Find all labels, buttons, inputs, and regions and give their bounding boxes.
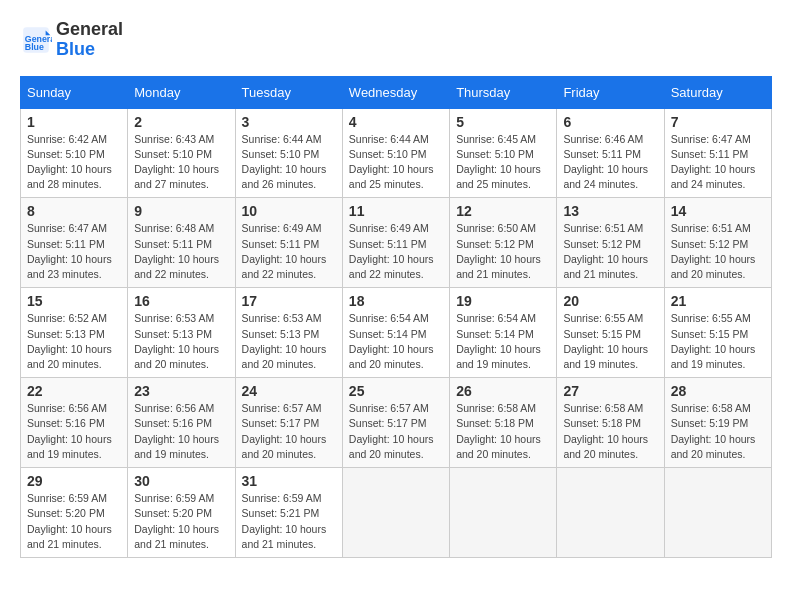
day-number: 13 <box>563 203 657 219</box>
calendar-cell: 30 Sunrise: 6:59 AM Sunset: 5:20 PM Dayl… <box>128 468 235 558</box>
day-number: 22 <box>27 383 121 399</box>
calendar-week-5: 29 Sunrise: 6:59 AM Sunset: 5:20 PM Dayl… <box>21 468 772 558</box>
day-number: 30 <box>134 473 228 489</box>
day-info: Sunrise: 6:58 AM Sunset: 5:19 PM Dayligh… <box>671 401 765 462</box>
calendar-cell: 25 Sunrise: 6:57 AM Sunset: 5:17 PM Dayl… <box>342 378 449 468</box>
day-info: Sunrise: 6:48 AM Sunset: 5:11 PM Dayligh… <box>134 221 228 282</box>
day-info: Sunrise: 6:47 AM Sunset: 5:11 PM Dayligh… <box>671 132 765 193</box>
day-number: 23 <box>134 383 228 399</box>
logo: General Blue General Blue <box>20 20 123 60</box>
day-info: Sunrise: 6:43 AM Sunset: 5:10 PM Dayligh… <box>134 132 228 193</box>
calendar-cell: 7 Sunrise: 6:47 AM Sunset: 5:11 PM Dayli… <box>664 108 771 198</box>
day-info: Sunrise: 6:54 AM Sunset: 5:14 PM Dayligh… <box>456 311 550 372</box>
weekday-header-sunday: Sunday <box>21 76 128 108</box>
day-info: Sunrise: 6:55 AM Sunset: 5:15 PM Dayligh… <box>563 311 657 372</box>
day-number: 19 <box>456 293 550 309</box>
day-number: 21 <box>671 293 765 309</box>
calendar-cell: 3 Sunrise: 6:44 AM Sunset: 5:10 PM Dayli… <box>235 108 342 198</box>
day-info: Sunrise: 6:58 AM Sunset: 5:18 PM Dayligh… <box>456 401 550 462</box>
day-info: Sunrise: 6:46 AM Sunset: 5:11 PM Dayligh… <box>563 132 657 193</box>
calendar-cell: 22 Sunrise: 6:56 AM Sunset: 5:16 PM Dayl… <box>21 378 128 468</box>
day-number: 6 <box>563 114 657 130</box>
calendar-cell: 29 Sunrise: 6:59 AM Sunset: 5:20 PM Dayl… <box>21 468 128 558</box>
calendar-cell: 16 Sunrise: 6:53 AM Sunset: 5:13 PM Dayl… <box>128 288 235 378</box>
calendar-cell: 4 Sunrise: 6:44 AM Sunset: 5:10 PM Dayli… <box>342 108 449 198</box>
day-info: Sunrise: 6:57 AM Sunset: 5:17 PM Dayligh… <box>349 401 443 462</box>
day-info: Sunrise: 6:57 AM Sunset: 5:17 PM Dayligh… <box>242 401 336 462</box>
logo-icon: General Blue <box>20 24 52 56</box>
day-number: 25 <box>349 383 443 399</box>
day-number: 11 <box>349 203 443 219</box>
calendar-cell: 5 Sunrise: 6:45 AM Sunset: 5:10 PM Dayli… <box>450 108 557 198</box>
day-info: Sunrise: 6:53 AM Sunset: 5:13 PM Dayligh… <box>134 311 228 372</box>
logo-general: General <box>56 20 123 40</box>
weekday-header-friday: Friday <box>557 76 664 108</box>
calendar-week-4: 22 Sunrise: 6:56 AM Sunset: 5:16 PM Dayl… <box>21 378 772 468</box>
calendar-cell: 17 Sunrise: 6:53 AM Sunset: 5:13 PM Dayl… <box>235 288 342 378</box>
day-number: 18 <box>349 293 443 309</box>
day-number: 9 <box>134 203 228 219</box>
calendar-table: SundayMondayTuesdayWednesdayThursdayFrid… <box>20 76 772 558</box>
day-info: Sunrise: 6:56 AM Sunset: 5:16 PM Dayligh… <box>27 401 121 462</box>
day-number: 4 <box>349 114 443 130</box>
day-info: Sunrise: 6:50 AM Sunset: 5:12 PM Dayligh… <box>456 221 550 282</box>
calendar-week-1: 1 Sunrise: 6:42 AM Sunset: 5:10 PM Dayli… <box>21 108 772 198</box>
svg-text:Blue: Blue <box>25 42 44 52</box>
calendar-cell: 18 Sunrise: 6:54 AM Sunset: 5:14 PM Dayl… <box>342 288 449 378</box>
day-info: Sunrise: 6:49 AM Sunset: 5:11 PM Dayligh… <box>242 221 336 282</box>
day-number: 17 <box>242 293 336 309</box>
weekday-header-wednesday: Wednesday <box>342 76 449 108</box>
calendar-cell: 28 Sunrise: 6:58 AM Sunset: 5:19 PM Dayl… <box>664 378 771 468</box>
day-number: 5 <box>456 114 550 130</box>
day-number: 2 <box>134 114 228 130</box>
day-number: 29 <box>27 473 121 489</box>
day-info: Sunrise: 6:47 AM Sunset: 5:11 PM Dayligh… <box>27 221 121 282</box>
day-info: Sunrise: 6:59 AM Sunset: 5:20 PM Dayligh… <box>134 491 228 552</box>
calendar-cell: 8 Sunrise: 6:47 AM Sunset: 5:11 PM Dayli… <box>21 198 128 288</box>
calendar-cell <box>557 468 664 558</box>
day-info: Sunrise: 6:55 AM Sunset: 5:15 PM Dayligh… <box>671 311 765 372</box>
day-info: Sunrise: 6:52 AM Sunset: 5:13 PM Dayligh… <box>27 311 121 372</box>
day-number: 7 <box>671 114 765 130</box>
day-number: 20 <box>563 293 657 309</box>
day-info: Sunrise: 6:53 AM Sunset: 5:13 PM Dayligh… <box>242 311 336 372</box>
calendar-cell <box>450 468 557 558</box>
day-number: 24 <box>242 383 336 399</box>
day-info: Sunrise: 6:56 AM Sunset: 5:16 PM Dayligh… <box>134 401 228 462</box>
day-info: Sunrise: 6:45 AM Sunset: 5:10 PM Dayligh… <box>456 132 550 193</box>
calendar-cell: 1 Sunrise: 6:42 AM Sunset: 5:10 PM Dayli… <box>21 108 128 198</box>
day-info: Sunrise: 6:51 AM Sunset: 5:12 PM Dayligh… <box>671 221 765 282</box>
calendar-cell: 2 Sunrise: 6:43 AM Sunset: 5:10 PM Dayli… <box>128 108 235 198</box>
day-info: Sunrise: 6:54 AM Sunset: 5:14 PM Dayligh… <box>349 311 443 372</box>
weekday-header-monday: Monday <box>128 76 235 108</box>
logo-blue: Blue <box>56 40 123 60</box>
calendar-cell: 9 Sunrise: 6:48 AM Sunset: 5:11 PM Dayli… <box>128 198 235 288</box>
day-number: 28 <box>671 383 765 399</box>
day-number: 3 <box>242 114 336 130</box>
day-info: Sunrise: 6:49 AM Sunset: 5:11 PM Dayligh… <box>349 221 443 282</box>
weekday-header-thursday: Thursday <box>450 76 557 108</box>
day-info: Sunrise: 6:44 AM Sunset: 5:10 PM Dayligh… <box>349 132 443 193</box>
calendar-cell: 11 Sunrise: 6:49 AM Sunset: 5:11 PM Dayl… <box>342 198 449 288</box>
day-info: Sunrise: 6:51 AM Sunset: 5:12 PM Dayligh… <box>563 221 657 282</box>
day-number: 8 <box>27 203 121 219</box>
calendar-cell: 31 Sunrise: 6:59 AM Sunset: 5:21 PM Dayl… <box>235 468 342 558</box>
calendar-cell: 23 Sunrise: 6:56 AM Sunset: 5:16 PM Dayl… <box>128 378 235 468</box>
calendar-cell: 10 Sunrise: 6:49 AM Sunset: 5:11 PM Dayl… <box>235 198 342 288</box>
calendar-cell: 21 Sunrise: 6:55 AM Sunset: 5:15 PM Dayl… <box>664 288 771 378</box>
day-number: 1 <box>27 114 121 130</box>
calendar-cell: 6 Sunrise: 6:46 AM Sunset: 5:11 PM Dayli… <box>557 108 664 198</box>
day-number: 31 <box>242 473 336 489</box>
calendar-week-3: 15 Sunrise: 6:52 AM Sunset: 5:13 PM Dayl… <box>21 288 772 378</box>
weekday-header-saturday: Saturday <box>664 76 771 108</box>
calendar-cell: 19 Sunrise: 6:54 AM Sunset: 5:14 PM Dayl… <box>450 288 557 378</box>
day-number: 26 <box>456 383 550 399</box>
calendar-cell: 20 Sunrise: 6:55 AM Sunset: 5:15 PM Dayl… <box>557 288 664 378</box>
calendar-cell: 15 Sunrise: 6:52 AM Sunset: 5:13 PM Dayl… <box>21 288 128 378</box>
calendar-cell <box>664 468 771 558</box>
day-number: 12 <box>456 203 550 219</box>
calendar-cell <box>342 468 449 558</box>
day-number: 14 <box>671 203 765 219</box>
calendar-week-2: 8 Sunrise: 6:47 AM Sunset: 5:11 PM Dayli… <box>21 198 772 288</box>
day-number: 16 <box>134 293 228 309</box>
